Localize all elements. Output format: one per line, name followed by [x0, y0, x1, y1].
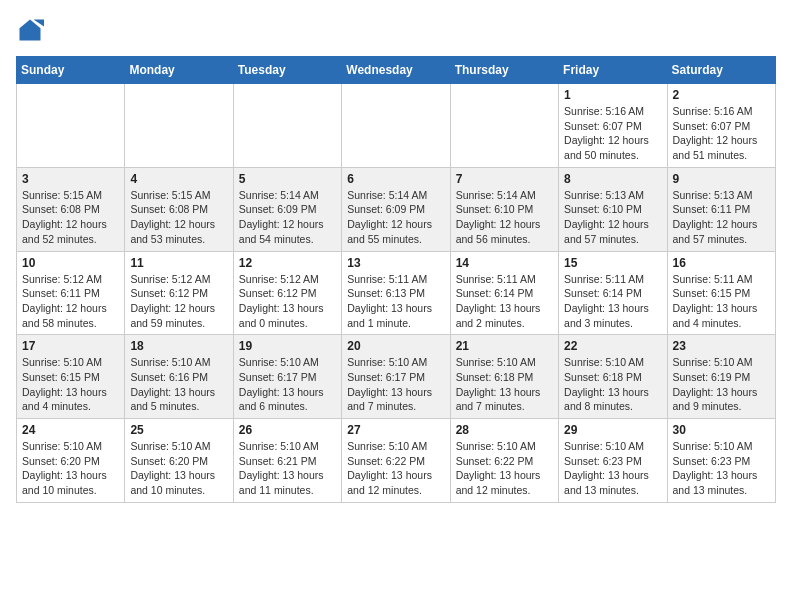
day-number: 20 — [347, 339, 444, 353]
day-number: 9 — [673, 172, 770, 186]
day-info: Sunrise: 5:13 AM Sunset: 6:10 PM Dayligh… — [564, 188, 661, 247]
day-info: Sunrise: 5:16 AM Sunset: 6:07 PM Dayligh… — [564, 104, 661, 163]
calendar-cell — [233, 84, 341, 168]
calendar-cell: 23Sunrise: 5:10 AM Sunset: 6:19 PM Dayli… — [667, 335, 775, 419]
calendar-cell: 24Sunrise: 5:10 AM Sunset: 6:20 PM Dayli… — [17, 419, 125, 503]
day-info: Sunrise: 5:10 AM Sunset: 6:21 PM Dayligh… — [239, 439, 336, 498]
calendar-cell: 16Sunrise: 5:11 AM Sunset: 6:15 PM Dayli… — [667, 251, 775, 335]
day-number: 26 — [239, 423, 336, 437]
calendar-week-row: 1Sunrise: 5:16 AM Sunset: 6:07 PM Daylig… — [17, 84, 776, 168]
day-number: 25 — [130, 423, 227, 437]
calendar-cell: 22Sunrise: 5:10 AM Sunset: 6:18 PM Dayli… — [559, 335, 667, 419]
day-number: 15 — [564, 256, 661, 270]
calendar-cell: 17Sunrise: 5:10 AM Sunset: 6:15 PM Dayli… — [17, 335, 125, 419]
calendar-cell: 25Sunrise: 5:10 AM Sunset: 6:20 PM Dayli… — [125, 419, 233, 503]
day-info: Sunrise: 5:10 AM Sunset: 6:22 PM Dayligh… — [347, 439, 444, 498]
day-number: 5 — [239, 172, 336, 186]
weekday-header: Thursday — [450, 57, 558, 84]
calendar-cell: 13Sunrise: 5:11 AM Sunset: 6:13 PM Dayli… — [342, 251, 450, 335]
day-info: Sunrise: 5:10 AM Sunset: 6:22 PM Dayligh… — [456, 439, 553, 498]
day-info: Sunrise: 5:10 AM Sunset: 6:17 PM Dayligh… — [239, 355, 336, 414]
calendar-cell: 2Sunrise: 5:16 AM Sunset: 6:07 PM Daylig… — [667, 84, 775, 168]
day-info: Sunrise: 5:10 AM Sunset: 6:20 PM Dayligh… — [130, 439, 227, 498]
calendar-cell: 28Sunrise: 5:10 AM Sunset: 6:22 PM Dayli… — [450, 419, 558, 503]
day-number: 8 — [564, 172, 661, 186]
calendar-cell — [342, 84, 450, 168]
calendar-cell: 27Sunrise: 5:10 AM Sunset: 6:22 PM Dayli… — [342, 419, 450, 503]
calendar-week-row: 10Sunrise: 5:12 AM Sunset: 6:11 PM Dayli… — [17, 251, 776, 335]
day-number: 14 — [456, 256, 553, 270]
day-number: 4 — [130, 172, 227, 186]
calendar-cell: 26Sunrise: 5:10 AM Sunset: 6:21 PM Dayli… — [233, 419, 341, 503]
day-info: Sunrise: 5:12 AM Sunset: 6:11 PM Dayligh… — [22, 272, 119, 331]
calendar-cell: 21Sunrise: 5:10 AM Sunset: 6:18 PM Dayli… — [450, 335, 558, 419]
day-number: 17 — [22, 339, 119, 353]
day-number: 23 — [673, 339, 770, 353]
calendar-cell: 29Sunrise: 5:10 AM Sunset: 6:23 PM Dayli… — [559, 419, 667, 503]
day-info: Sunrise: 5:10 AM Sunset: 6:18 PM Dayligh… — [456, 355, 553, 414]
calendar-cell: 14Sunrise: 5:11 AM Sunset: 6:14 PM Dayli… — [450, 251, 558, 335]
day-info: Sunrise: 5:13 AM Sunset: 6:11 PM Dayligh… — [673, 188, 770, 247]
day-number: 11 — [130, 256, 227, 270]
day-number: 28 — [456, 423, 553, 437]
day-number: 29 — [564, 423, 661, 437]
day-number: 3 — [22, 172, 119, 186]
day-info: Sunrise: 5:10 AM Sunset: 6:19 PM Dayligh… — [673, 355, 770, 414]
day-info: Sunrise: 5:10 AM Sunset: 6:16 PM Dayligh… — [130, 355, 227, 414]
day-info: Sunrise: 5:14 AM Sunset: 6:09 PM Dayligh… — [239, 188, 336, 247]
calendar-week-row: 3Sunrise: 5:15 AM Sunset: 6:08 PM Daylig… — [17, 167, 776, 251]
day-info: Sunrise: 5:10 AM Sunset: 6:20 PM Dayligh… — [22, 439, 119, 498]
day-number: 30 — [673, 423, 770, 437]
calendar-cell: 1Sunrise: 5:16 AM Sunset: 6:07 PM Daylig… — [559, 84, 667, 168]
day-number: 27 — [347, 423, 444, 437]
weekday-header: Monday — [125, 57, 233, 84]
calendar-week-row: 17Sunrise: 5:10 AM Sunset: 6:15 PM Dayli… — [17, 335, 776, 419]
weekday-header: Friday — [559, 57, 667, 84]
day-number: 22 — [564, 339, 661, 353]
calendar-cell — [450, 84, 558, 168]
calendar-table: SundayMondayTuesdayWednesdayThursdayFrid… — [16, 56, 776, 503]
logo — [16, 16, 48, 44]
calendar-week-row: 24Sunrise: 5:10 AM Sunset: 6:20 PM Dayli… — [17, 419, 776, 503]
calendar-cell: 9Sunrise: 5:13 AM Sunset: 6:11 PM Daylig… — [667, 167, 775, 251]
day-number: 21 — [456, 339, 553, 353]
day-info: Sunrise: 5:10 AM Sunset: 6:23 PM Dayligh… — [673, 439, 770, 498]
day-number: 2 — [673, 88, 770, 102]
calendar-header-row: SundayMondayTuesdayWednesdayThursdayFrid… — [17, 57, 776, 84]
day-number: 12 — [239, 256, 336, 270]
calendar-cell: 10Sunrise: 5:12 AM Sunset: 6:11 PM Dayli… — [17, 251, 125, 335]
day-info: Sunrise: 5:12 AM Sunset: 6:12 PM Dayligh… — [239, 272, 336, 331]
day-number: 7 — [456, 172, 553, 186]
weekday-header: Sunday — [17, 57, 125, 84]
day-info: Sunrise: 5:11 AM Sunset: 6:14 PM Dayligh… — [564, 272, 661, 331]
day-number: 18 — [130, 339, 227, 353]
calendar-cell: 6Sunrise: 5:14 AM Sunset: 6:09 PM Daylig… — [342, 167, 450, 251]
svg-marker-0 — [20, 20, 41, 41]
day-number: 1 — [564, 88, 661, 102]
logo-icon — [16, 16, 44, 44]
day-info: Sunrise: 5:11 AM Sunset: 6:15 PM Dayligh… — [673, 272, 770, 331]
weekday-header: Saturday — [667, 57, 775, 84]
calendar-cell: 15Sunrise: 5:11 AM Sunset: 6:14 PM Dayli… — [559, 251, 667, 335]
day-info: Sunrise: 5:15 AM Sunset: 6:08 PM Dayligh… — [22, 188, 119, 247]
day-info: Sunrise: 5:10 AM Sunset: 6:18 PM Dayligh… — [564, 355, 661, 414]
calendar-cell: 8Sunrise: 5:13 AM Sunset: 6:10 PM Daylig… — [559, 167, 667, 251]
day-info: Sunrise: 5:10 AM Sunset: 6:17 PM Dayligh… — [347, 355, 444, 414]
calendar-cell — [17, 84, 125, 168]
day-number: 19 — [239, 339, 336, 353]
day-number: 16 — [673, 256, 770, 270]
calendar-cell: 20Sunrise: 5:10 AM Sunset: 6:17 PM Dayli… — [342, 335, 450, 419]
day-info: Sunrise: 5:11 AM Sunset: 6:14 PM Dayligh… — [456, 272, 553, 331]
day-info: Sunrise: 5:11 AM Sunset: 6:13 PM Dayligh… — [347, 272, 444, 331]
weekday-header: Wednesday — [342, 57, 450, 84]
day-info: Sunrise: 5:16 AM Sunset: 6:07 PM Dayligh… — [673, 104, 770, 163]
day-number: 10 — [22, 256, 119, 270]
calendar-cell: 12Sunrise: 5:12 AM Sunset: 6:12 PM Dayli… — [233, 251, 341, 335]
calendar-cell: 30Sunrise: 5:10 AM Sunset: 6:23 PM Dayli… — [667, 419, 775, 503]
calendar-cell: 3Sunrise: 5:15 AM Sunset: 6:08 PM Daylig… — [17, 167, 125, 251]
day-info: Sunrise: 5:10 AM Sunset: 6:23 PM Dayligh… — [564, 439, 661, 498]
page-header — [16, 16, 776, 44]
calendar-cell: 19Sunrise: 5:10 AM Sunset: 6:17 PM Dayli… — [233, 335, 341, 419]
calendar-cell: 18Sunrise: 5:10 AM Sunset: 6:16 PM Dayli… — [125, 335, 233, 419]
calendar-cell: 11Sunrise: 5:12 AM Sunset: 6:12 PM Dayli… — [125, 251, 233, 335]
